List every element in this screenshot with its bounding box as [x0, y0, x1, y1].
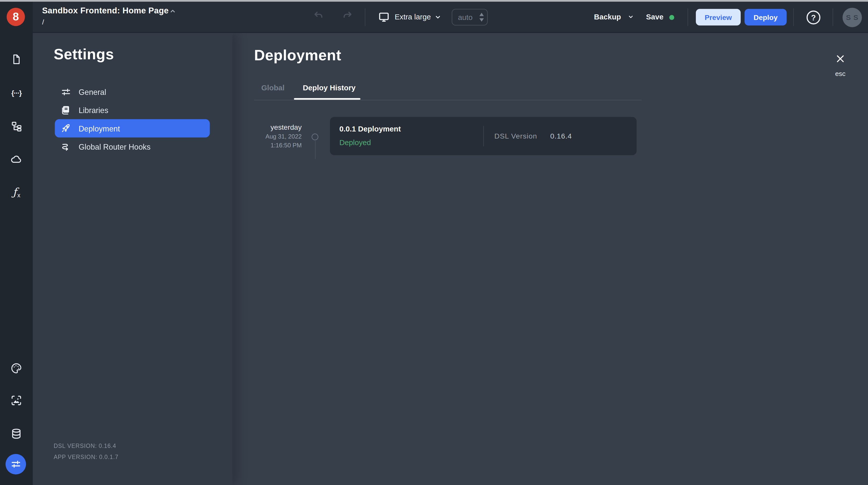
toolbar-divider [833, 8, 833, 26]
timeline-node [312, 134, 318, 140]
pages-icon[interactable] [9, 52, 23, 66]
app-window: 8 {···} ƒx [0, 0, 868, 485]
breakpoint-select-label[interactable]: Extra large [395, 13, 431, 21]
undo-icon[interactable] [313, 10, 325, 22]
help-glyph: ? [811, 13, 816, 22]
app-version-text: APP VERSION: 0.0.1.7 [54, 453, 119, 460]
page-route-path: / [42, 18, 44, 26]
backup-chevron-down-icon[interactable] [628, 14, 634, 20]
timeline-line [315, 141, 315, 159]
chevron-down-icon[interactable] [434, 14, 441, 21]
route-icon [60, 141, 71, 152]
page-title-selector[interactable]: Sandbox Frontend: Home Page [42, 5, 168, 15]
toolbar-divider [793, 8, 794, 26]
settings-nav-label: Global Router Hooks [79, 142, 151, 151]
settings-nav-item-libraries[interactable]: Libraries [55, 101, 210, 119]
settings-nav-item-global-router-hooks[interactable]: Global Router Hooks [55, 138, 210, 156]
dsl-version-text: DSL VERSION: 0.16.4 [54, 443, 116, 449]
tune-icon [60, 86, 71, 97]
left-icon-rail: 8 {···} ƒx [0, 2, 33, 485]
deploy-history-card[interactable]: 0.0.1 Deployment Deployed DSL Version 0.… [330, 117, 637, 155]
database-icon[interactable] [9, 427, 23, 440]
component-tree-icon[interactable] [9, 119, 23, 133]
relative-date: yesterday [232, 123, 302, 132]
fn-sub-glyph: x [18, 192, 21, 198]
dsl-version-label: DSL Version [494, 132, 537, 140]
rocket-icon [60, 123, 71, 134]
canvas-width-input[interactable]: auto [452, 9, 488, 26]
functions-icon[interactable]: ƒx [9, 185, 23, 199]
deployment-title: 0.0.1 Deployment [339, 125, 401, 133]
settings-nav-item-general[interactable]: General [55, 83, 210, 101]
save-status-dot [669, 15, 674, 20]
esc-hint-label: esc [826, 70, 855, 78]
status-badge: Deployed [339, 139, 371, 147]
chevron-up-icon[interactable] [169, 8, 176, 15]
page-title: Deployment [254, 47, 341, 64]
dsl-version-value: 0.16.4 [550, 132, 572, 140]
save-button[interactable]: Save [646, 13, 663, 21]
toolbar-divider [687, 8, 688, 26]
redo-icon[interactable] [341, 10, 353, 22]
code-braces-icon[interactable]: {···} [9, 86, 23, 100]
deploy-timestamp: yesterday Aug 31, 2022 1:16:50 PM [232, 123, 302, 150]
logo-glyph: 8 [12, 10, 19, 24]
top-bar: Sandbox Frontend: Home Page / Extra larg… [33, 2, 868, 33]
tab-global[interactable]: Global [261, 84, 284, 92]
theme-palette-icon[interactable] [9, 361, 23, 375]
settings-panel: Settings General [33, 33, 232, 485]
avatar[interactable]: S S [842, 8, 862, 27]
canvas-width-value: auto [452, 13, 478, 22]
cloud-icon[interactable] [9, 152, 23, 166]
settings-nav-label: Deployment [79, 124, 120, 133]
app-settings-icon[interactable] [5, 454, 26, 475]
tabs-divider [254, 100, 642, 100]
settings-nav-label: Libraries [79, 106, 108, 114]
deploy-time: 1:16:50 PM [232, 141, 302, 150]
monitor-icon[interactable] [377, 10, 391, 24]
close-icon[interactable] [835, 54, 845, 64]
backup-button[interactable]: Backup [594, 13, 621, 21]
card-divider [483, 126, 484, 146]
toolbar-divider [365, 8, 365, 26]
stepper-up-icon[interactable] [479, 13, 484, 16]
deploy-date: Aug 31, 2022 [232, 132, 302, 141]
width-stepper[interactable] [478, 9, 487, 25]
fn-glyph: ƒ [13, 186, 17, 198]
stepper-down-icon[interactable] [479, 18, 484, 22]
assets-image-icon[interactable] [9, 393, 23, 407]
app-logo[interactable]: 8 [6, 8, 25, 26]
settings-nav: General Libraries [55, 83, 210, 156]
settings-nav-item-deployment[interactable]: Deployment [55, 119, 210, 137]
tab-deploy-history[interactable]: Deploy History [303, 84, 355, 92]
avatar-initials: S S [846, 13, 859, 22]
deploy-button[interactable]: Deploy [744, 9, 786, 26]
settings-title: Settings [54, 46, 114, 63]
settings-nav-label: General [79, 87, 106, 96]
braces-glyph: {···} [11, 89, 22, 97]
libraries-book-icon [60, 105, 71, 116]
deployment-content: Deployment Global Deploy History esc yes… [232, 33, 868, 485]
help-icon[interactable]: ? [806, 10, 820, 25]
preview-button[interactable]: Preview [696, 9, 741, 26]
close-settings-button[interactable]: esc [826, 54, 855, 78]
